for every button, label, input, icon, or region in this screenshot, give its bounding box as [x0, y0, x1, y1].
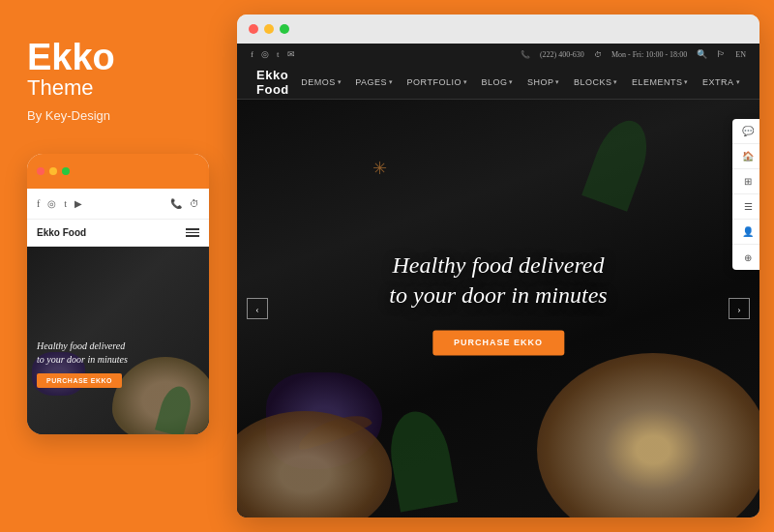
list-tool-icon[interactable]: ☰: [732, 194, 759, 220]
fb-social-icon[interactable]: f: [251, 49, 253, 59]
topbar-social: f ◎ t ✉: [251, 49, 295, 59]
language-label[interactable]: EN: [735, 50, 746, 59]
mail-social-icon[interactable]: ✉: [287, 49, 295, 59]
phone-icon: 📞: [521, 50, 530, 59]
website-content: f ◎ t ✉ 📞 (222) 400-630 ⏱ Mon - Fri: 10:…: [237, 44, 759, 517]
demos-arrow: ▾: [338, 78, 342, 86]
twitter-icon: t: [64, 198, 67, 209]
clock-icon: ⏱: [594, 50, 602, 59]
mobile-dot-yellow: [49, 167, 57, 175]
hero-prev-button[interactable]: ‹: [247, 298, 268, 319]
brand-theme: Theme: [27, 75, 205, 101]
nav-portfolio[interactable]: PORTFOLIO ▾: [407, 77, 468, 87]
mobile-brand-text: Ekko Food: [37, 227, 86, 238]
add-tool-icon[interactable]: ⊕: [732, 245, 759, 270]
site-logo[interactable]: Ekko Food: [256, 68, 301, 97]
mobile-purchase-button[interactable]: PURCHASE EKKO: [37, 373, 122, 388]
extra-arrow: ▾: [736, 78, 741, 86]
search-icon[interactable]: 🔍: [697, 49, 707, 59]
mobile-nav-right: 📞 ⏱: [170, 198, 199, 209]
right-tools-panel: 💬 🏠 ⊞ ☰ 👤 ⊕: [732, 119, 759, 270]
mobile-dot-red: [37, 167, 45, 175]
mobile-dot-green: [62, 167, 70, 175]
hero-next-button[interactable]: ›: [729, 298, 750, 319]
business-hours: Mon - Fri: 10:00 - 18:00: [611, 50, 687, 59]
chat-tool-icon[interactable]: 💬: [732, 119, 759, 144]
phone-icon: 📞: [170, 198, 182, 209]
browser-dot-yellow: [264, 24, 274, 34]
mobile-top-bar: [27, 154, 209, 189]
nav-pages[interactable]: PAGES ▾: [355, 77, 393, 87]
hero-text-block: Healthy food delivered to your door in m…: [389, 251, 607, 355]
tw-social-icon[interactable]: t: [277, 49, 280, 59]
portfolio-arrow: ▾: [463, 78, 468, 86]
home-tool-icon[interactable]: 🏠: [732, 144, 759, 169]
brand-by: By Key-Design: [27, 108, 205, 123]
mobile-social-icons: f ◎ t ▶: [37, 198, 82, 209]
hero-heading-line2: to your door in minutes: [389, 283, 607, 309]
browser-mockup: f ◎ t ✉ 📞 (222) 400-630 ⏱ Mon - Fri: 10:…: [237, 15, 759, 517]
nav-extra[interactable]: EXTRA ▾: [702, 77, 740, 87]
mobile-mockup: f ◎ t ▶ 📞 ⏱ Ekko Food Healthy food deliv…: [27, 154, 209, 434]
nav-demos[interactable]: DEMOS ▾: [301, 77, 342, 87]
pages-arrow: ▾: [389, 78, 394, 86]
topbar-info: 📞 (222) 400-630 ⏱ Mon - Fri: 10:00 - 18:…: [521, 49, 746, 59]
mobile-nav-bar: f ◎ t ▶ 📞 ⏱: [27, 189, 209, 220]
ig-social-icon[interactable]: ◎: [261, 49, 269, 59]
shop-arrow: ▾: [555, 78, 560, 86]
nav-blog[interactable]: BLOG ▾: [481, 77, 514, 87]
nav-blocks[interactable]: BLOCKS ▾: [574, 77, 618, 87]
site-hero: ✳ Healthy food delivered to your door in…: [237, 100, 759, 517]
instagram-icon: ◎: [47, 198, 56, 209]
brand-name: Ekko: [27, 39, 205, 75]
mobile-hero: Healthy food deliveredto your door in mi…: [27, 247, 209, 434]
elements-arrow: ▾: [684, 78, 689, 86]
browser-dot-green: [280, 24, 289, 34]
hero-heading-line1: Healthy food delivered: [392, 252, 604, 278]
grid-tool-icon[interactable]: ⊞: [732, 169, 759, 194]
blog-arrow: ▾: [509, 78, 514, 86]
blocks-arrow: ▾: [613, 78, 618, 86]
hero-cta-button[interactable]: PURCHASE EKKO: [432, 331, 564, 356]
hamburger-icon[interactable]: [186, 228, 199, 237]
left-panel: Ekko Theme By Key-Design f ◎ t ▶ 📞 ⏱ Ekk…: [0, 0, 232, 532]
hero-anise-decor: ✳: [372, 158, 392, 177]
clock-icon: ⏱: [190, 198, 199, 209]
facebook-icon: f: [37, 198, 40, 209]
language-flag[interactable]: 🏳: [717, 49, 726, 59]
user-tool-icon[interactable]: 👤: [732, 220, 759, 245]
site-nav-links: DEMOS ▾ PAGES ▾ PORTFOLIO ▾ BLOG ▾ SHOP …: [301, 77, 740, 87]
nav-shop[interactable]: SHOP ▾: [527, 77, 560, 87]
mobile-hero-text: Healthy food deliveredto your door in mi…: [37, 340, 128, 367]
hero-heading: Healthy food delivered to your door in m…: [389, 251, 607, 310]
browser-titlebar: [237, 15, 759, 44]
youtube-icon: ▶: [74, 198, 82, 209]
browser-dot-red: [249, 24, 258, 34]
mobile-brand-bar: Ekko Food: [27, 220, 209, 247]
nav-elements[interactable]: ELEMENTS ▾: [632, 77, 689, 87]
site-topbar: f ◎ t ✉ 📞 (222) 400-630 ⏱ Mon - Fri: 10:…: [237, 44, 759, 65]
phone-number: (222) 400-630: [540, 50, 584, 59]
site-navbar: Ekko Food DEMOS ▾ PAGES ▾ PORTFOLIO ▾ BL…: [237, 65, 759, 100]
